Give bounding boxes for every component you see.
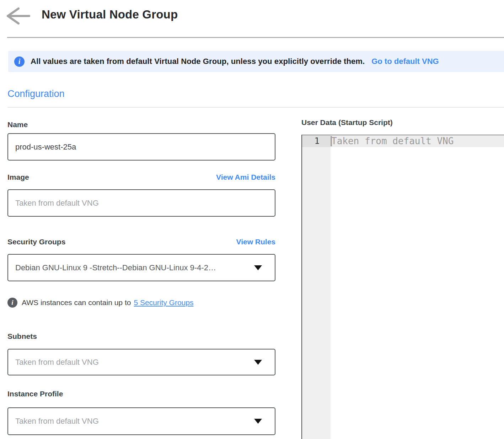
security-groups-select[interactable]: Debian GNU-Linux 9 -Stretch--Debian GNU-… (7, 254, 275, 281)
instance-profile-select[interactable]: Taken from default VNG (7, 407, 275, 435)
section-divider (7, 107, 504, 108)
name-input[interactable] (7, 133, 275, 161)
subnets-label: Subnets (7, 332, 37, 341)
note-text: AWS instances can contain up to (22, 298, 131, 307)
caret-down-icon (254, 265, 262, 270)
instance-profile-placeholder: Taken from default VNG (15, 417, 248, 426)
image-label: Image (7, 173, 29, 181)
header-divider (7, 37, 504, 38)
subnets-placeholder: Taken from default VNG (15, 358, 248, 367)
configuration-section-title: Configuration (7, 88, 65, 99)
go-to-default-vng-link[interactable]: Go to default VNG (371, 57, 439, 66)
instance-profile-label: Instance Profile (7, 390, 63, 398)
five-security-groups-link[interactable]: 5 Security Groups (134, 298, 193, 307)
caret-down-icon (254, 360, 262, 365)
editor-gutter: 1 (302, 135, 331, 439)
banner-message: All values are taken from default Virtua… (31, 57, 365, 66)
editor-line-1: Taken from default VNG (331, 135, 504, 147)
info-banner: i All values are taken from default Virt… (8, 51, 504, 72)
image-input[interactable] (7, 189, 275, 217)
line-number: 1 (302, 135, 331, 147)
view-rules-link[interactable]: View Rules (236, 238, 276, 246)
page-title: New Virtual Node Group (42, 8, 178, 21)
view-ami-details-link[interactable]: View Ami Details (216, 173, 275, 181)
editor-placeholder: Taken from default VNG (331, 135, 454, 147)
caret-down-icon (254, 419, 262, 424)
security-groups-label: Security Groups (7, 238, 65, 246)
user-data-editor[interactable]: 1 Taken from default VNG (301, 135, 504, 439)
editor-code-area[interactable]: Taken from default VNG (331, 135, 504, 439)
user-data-label: User Data (Startup Script) (301, 118, 393, 127)
arrow-left-icon (6, 21, 31, 26)
info-icon: i (14, 56, 25, 67)
security-groups-value: Debian GNU-Linux 9 -Stretch--Debian GNU-… (15, 263, 248, 272)
security-groups-note: i AWS instances can contain up to 5 Secu… (7, 298, 193, 308)
info-icon: i (7, 298, 17, 308)
subnets-select[interactable]: Taken from default VNG (7, 349, 275, 375)
name-label: Name (7, 120, 28, 129)
back-button[interactable] (6, 7, 31, 25)
